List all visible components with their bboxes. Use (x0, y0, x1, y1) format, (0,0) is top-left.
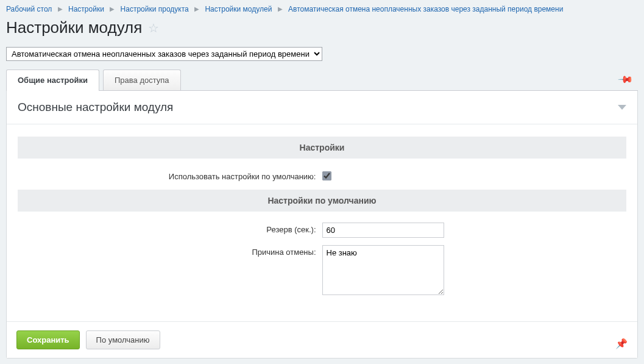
chevron-right-icon: ▶ (194, 5, 199, 12)
tabs: Общие настройки Права доступа 📌 (6, 70, 638, 91)
pin-icon[interactable]: 📌 (617, 71, 634, 88)
breadcrumb-link[interactable]: Настройки (68, 5, 104, 13)
pin-icon[interactable]: 📌 (615, 338, 628, 349)
tab-access[interactable]: Права доступа (103, 70, 181, 90)
page-title: Настройки модуля (6, 18, 142, 37)
use-default-checkbox[interactable] (322, 171, 331, 180)
breadcrumb-link[interactable]: Рабочий стол (6, 5, 52, 13)
section-header-settings: Настройки (18, 137, 626, 159)
breadcrumb: Рабочий стол ▶ Настройки ▶ Настройки про… (0, 0, 644, 16)
reason-label: Причина отмены: (18, 245, 322, 257)
tab-general[interactable]: Общие настройки (6, 70, 99, 90)
use-default-label: Использовать настройки по умолчанию: (18, 170, 322, 181)
settings-panel: Основные настройки модуля Настройки Испо… (6, 91, 638, 359)
section-header-defaults: Настройки по умолчанию (18, 190, 626, 212)
breadcrumb-link[interactable]: Настройки модулей (205, 5, 272, 13)
collapse-icon[interactable] (618, 105, 626, 110)
reserve-label: Резерв (сек.): (18, 223, 322, 234)
save-button[interactable]: Сохранить (16, 330, 80, 349)
breadcrumb-link[interactable]: Автоматическая отмена неоплаченных заказ… (288, 5, 563, 13)
star-icon[interactable]: ☆ (148, 22, 159, 34)
chevron-right-icon: ▶ (278, 5, 283, 12)
chevron-right-icon: ▶ (58, 5, 63, 12)
reserve-input[interactable] (322, 223, 444, 238)
module-selector[interactable]: Автоматическая отмена неоплаченных заказ… (6, 47, 322, 61)
reason-textarea[interactable]: Не знаю (322, 245, 444, 295)
reset-button[interactable]: По умолчанию (86, 330, 160, 349)
panel-heading: Основные настройки модуля (18, 101, 173, 114)
breadcrumb-link[interactable]: Настройки продукта (121, 5, 189, 13)
chevron-right-icon: ▶ (110, 5, 115, 12)
